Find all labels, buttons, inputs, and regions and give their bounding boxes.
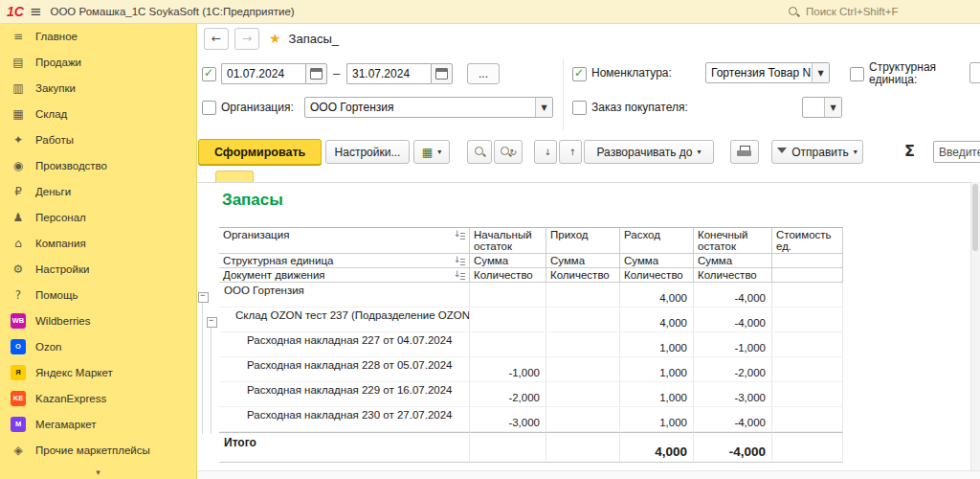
sidebar-item-wildberries[interactable]: WBWildberries: [0, 308, 196, 333]
nomenclature-checkbox[interactable]: [572, 67, 587, 81]
report-variant-button[interactable]: ▦ ▾: [413, 140, 450, 164]
settings-button[interactable]: Настройки...: [325, 140, 410, 164]
subheader-sum: Сумма: [546, 254, 620, 268]
sidebar-item-prodazhi[interactable]: ▤Продажи: [0, 49, 196, 75]
sidebar-item-label: Деньги: [35, 186, 71, 197]
chevron-down-icon[interactable]: ▼: [535, 98, 552, 117]
scrollbar-thumb[interactable]: [972, 184, 978, 251]
structural-unit-checkbox[interactable]: [850, 67, 864, 81]
sidebar-item-prochie-marketpleysy[interactable]: ◈Прочие маркетплейсы: [0, 437, 196, 463]
chevron-down-icon: ▾: [437, 148, 441, 156]
generate-report-button[interactable]: Сформировать: [198, 139, 322, 165]
calendar-button[interactable]: [305, 63, 327, 84]
period-dash: –: [333, 66, 340, 80]
subheader-quantity: Количество: [694, 268, 772, 283]
global-search[interactable]: [788, 0, 942, 23]
period-checkbox[interactable]: [202, 67, 216, 81]
table-row[interactable]: Расходная накладная 227 от 04.07.2024 1,…: [219, 332, 843, 357]
sales-icon: ▤: [11, 56, 26, 69]
find-next-button[interactable]: ↻: [494, 140, 523, 164]
sidebar-item-label: Прочие маркетплейсы: [35, 445, 150, 456]
find-button[interactable]: [467, 140, 492, 164]
quick-input-field[interactable]: [933, 141, 980, 163]
sidebar-item-proizvodstvo[interactable]: ◉Производство: [0, 152, 196, 178]
calendar-button[interactable]: [431, 63, 453, 84]
sidebar-item-glavnoe[interactable]: ≡Главное: [0, 23, 196, 49]
sort-icon[interactable]: [454, 230, 465, 240]
group-collapse-icon[interactable]: [207, 317, 217, 328]
total-closing: -4,000: [694, 432, 772, 463]
sidebar-item-raboty[interactable]: ✦Работы: [0, 126, 196, 152]
subheader-sum: Сумма: [620, 254, 694, 268]
wildberries-icon: WB: [11, 313, 26, 329]
sum-sigma-button[interactable]: Σ: [904, 142, 915, 160]
main-menu-icon[interactable]: ≡: [30, 3, 42, 20]
sidebar-item-label: Помощь: [35, 289, 78, 301]
horizontal-scrollbar[interactable]: [196, 470, 980, 479]
vertical-scrollbar[interactable]: [970, 182, 980, 471]
structural-unit-combobox[interactable]: ▼: [969, 62, 980, 83]
cell-expense: 1,000: [620, 357, 694, 382]
expand-groups-button[interactable]: ↓: [534, 140, 557, 164]
structural-unit-label: Структурная единица:: [869, 61, 957, 86]
expand-to-button[interactable]: Разворачивать до ▾: [584, 140, 714, 164]
table-row[interactable]: Склад OZON тест 237 (Подразделение OZON …: [219, 308, 843, 332]
chevron-down-icon[interactable]: ▼: [824, 98, 841, 117]
structural-unit-value: [970, 63, 980, 82]
subheader-quantity: Количество: [546, 268, 620, 283]
sidebar-item-dengi[interactable]: ₽Деньги: [0, 178, 196, 204]
sidebar-item-pomosch[interactable]: ?Помощь: [0, 282, 196, 308]
sidebar-item-yandex-market[interactable]: ЯЯндекс Маркет: [0, 359, 196, 385]
sidebar-item-nastroyki[interactable]: ⚙Настройки: [0, 256, 196, 282]
sidebar-item-personal[interactable]: ♟Персонал: [0, 204, 196, 230]
forward-button[interactable]: →: [234, 28, 259, 50]
table-row[interactable]: ООО Гортензия 4,000 -4,000: [219, 283, 843, 308]
customer-order-combobox[interactable]: ▼: [802, 97, 842, 118]
group-collapse-icon[interactable]: [198, 292, 209, 303]
sidebar-scroll-down[interactable]: ▾: [0, 466, 196, 479]
send-button[interactable]: Отправить ▾: [771, 140, 863, 164]
cell-closing: -2,000: [694, 357, 772, 382]
sidebar-item-sklad[interactable]: ▦Склад: [0, 101, 196, 126]
table-row[interactable]: Расходная накладная 229 от 16.07.2024 -2…: [219, 382, 843, 407]
table-header: Организация Начальный остаток Приход Рас…: [219, 227, 843, 283]
table-row[interactable]: Расходная накладная 230 от 27.07.2024 -3…: [219, 407, 843, 432]
print-button[interactable]: [730, 140, 759, 164]
table-row[interactable]: Расходная накладная 228 от 05.07.2024 -1…: [219, 357, 843, 382]
cell-closing: -3,000: [694, 382, 772, 407]
group-line: [202, 302, 203, 434]
period-from-input[interactable]: [221, 63, 305, 84]
period-more-button[interactable]: ...: [467, 63, 500, 84]
chevron-down-icon[interactable]: ▼: [812, 63, 829, 82]
ozon-icon: O: [11, 339, 26, 354]
sidebar-item-kompaniya[interactable]: ⌂Компания: [0, 230, 196, 256]
total-income: [546, 432, 620, 463]
arrow-down-icon: ↓: [545, 148, 552, 157]
sidebar-item-ozon[interactable]: OOzon: [0, 333, 196, 359]
chevron-down-icon: ▾: [96, 468, 100, 477]
subheader-empty: [772, 268, 843, 283]
sort-icon[interactable]: [454, 270, 465, 281]
sidebar-item-kazanexpress[interactable]: KEKazanExpress: [0, 385, 196, 411]
nomenclature-value: Гортензия Товар N: [706, 63, 812, 82]
global-search-input[interactable]: [804, 5, 942, 18]
total-row[interactable]: Итого 4,000 -4,000: [219, 432, 843, 463]
organization-checkbox[interactable]: [202, 101, 216, 115]
sidebar-item-megamarket[interactable]: ММегамаркет: [0, 411, 196, 437]
back-button[interactable]: ←: [204, 28, 229, 50]
sidebar-item-zakupki[interactable]: ▥Закупки: [0, 75, 196, 101]
sort-icon[interactable]: [454, 256, 465, 266]
cell-unit-cost: [772, 332, 843, 357]
customer-order-checkbox[interactable]: [572, 101, 587, 115]
cell-opening: -3,000: [470, 407, 546, 432]
report-sheet: Запасы Организация Начальный остаток При…: [196, 182, 971, 471]
favorite-star-icon[interactable]: ★: [269, 31, 281, 46]
funnel-icon: [777, 148, 787, 153]
purchases-icon: ▥: [11, 81, 26, 95]
collapse-groups-button[interactable]: ↑: [559, 140, 582, 164]
period-to-input[interactable]: [346, 63, 431, 84]
cell-opening: -2,000: [470, 382, 546, 407]
money-icon: ₽: [11, 185, 26, 198]
organization-combobox[interactable]: ООО Гортензия ▼: [304, 97, 553, 118]
nomenclature-combobox[interactable]: Гортензия Товар N ▼: [705, 62, 830, 83]
